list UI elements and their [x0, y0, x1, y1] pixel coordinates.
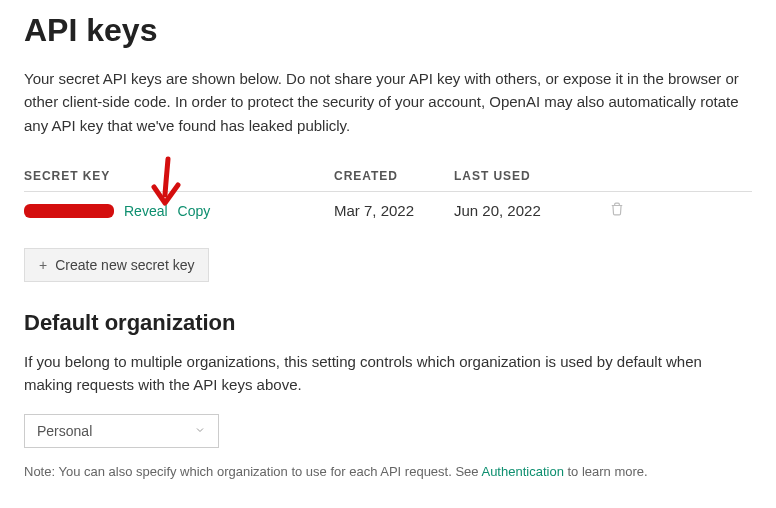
default-org-heading: Default organization: [24, 310, 752, 336]
delete-icon[interactable]: [610, 202, 624, 219]
secret-key-cell: Reveal Copy: [24, 203, 334, 219]
created-date: Mar 7, 2022: [334, 202, 454, 219]
authentication-link[interactable]: Authentication: [481, 464, 563, 479]
header-last-used: LAST USED: [454, 169, 594, 183]
api-key-row: Reveal Copy Mar 7, 2022 Jun 20, 2022: [24, 192, 752, 230]
table-header-row: SECRET KEY CREATED LAST USED: [24, 161, 752, 192]
org-select[interactable]: Personal: [24, 414, 219, 448]
chevron-down-icon: [194, 423, 206, 439]
copy-link[interactable]: Copy: [178, 203, 211, 219]
create-button-label: Create new secret key: [55, 257, 194, 273]
plus-icon: +: [39, 257, 47, 273]
note-prefix: Note: You can also specify which organiz…: [24, 464, 481, 479]
header-created: CREATED: [334, 169, 454, 183]
page-title: API keys: [24, 12, 752, 49]
header-actions: [594, 169, 624, 183]
header-secret-key: SECRET KEY: [24, 169, 334, 183]
last-used-date: Jun 20, 2022: [454, 202, 594, 219]
row-actions: [594, 202, 624, 220]
reveal-link[interactable]: Reveal: [124, 203, 168, 219]
page-description: Your secret API keys are shown below. Do…: [24, 67, 752, 137]
create-secret-key-button[interactable]: + Create new secret key: [24, 248, 209, 282]
org-select-value: Personal: [37, 423, 92, 439]
default-org-description: If you belong to multiple organizations,…: [24, 350, 752, 397]
note-suffix: to learn more.: [564, 464, 648, 479]
redacted-key: [24, 204, 114, 218]
org-note: Note: You can also specify which organiz…: [24, 464, 752, 479]
